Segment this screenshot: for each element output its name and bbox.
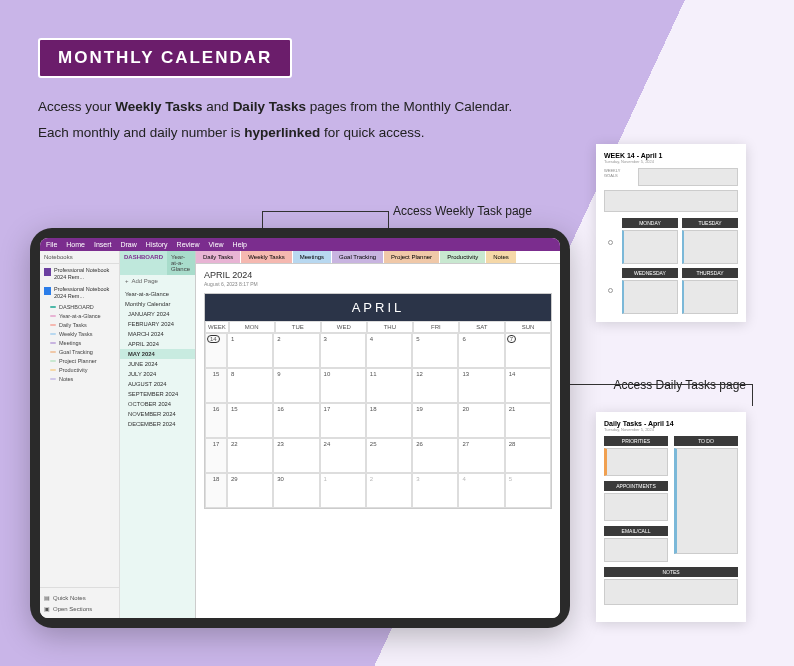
day-cell[interactable]: 8	[227, 368, 273, 403]
menu-home[interactable]: Home	[66, 241, 85, 248]
day-cell[interactable]: 20	[458, 403, 504, 438]
section-color-icon	[50, 360, 56, 362]
tab-project-planner[interactable]: Project Planner	[384, 251, 440, 263]
day-cell[interactable]: 1	[227, 333, 273, 368]
day-cell[interactable]: 30	[273, 473, 319, 508]
quick-notes[interactable]: ▤Quick Notes	[44, 592, 115, 603]
week-number[interactable]: 17	[205, 438, 227, 473]
notebooks-header: Notebooks	[40, 251, 119, 264]
page-item[interactable]: FEBRUARY 2024	[120, 319, 195, 329]
page-item[interactable]: OCTOBER 2024	[120, 399, 195, 409]
day-cell[interactable]: 3	[320, 333, 366, 368]
page-item[interactable]: JULY 2024	[120, 369, 195, 379]
day-cell[interactable]: 26	[412, 438, 458, 473]
menu-insert[interactable]: Insert	[94, 241, 112, 248]
day-cell[interactable]: 16	[273, 403, 319, 438]
day-cell[interactable]: 3	[412, 473, 458, 508]
day-cell[interactable]: 4	[458, 473, 504, 508]
page-item[interactable]: DECEMBER 2024	[120, 419, 195, 429]
day-cell[interactable]: 7	[505, 333, 551, 368]
day-cell[interactable]: 25	[366, 438, 412, 473]
day-cell[interactable]: 2	[273, 333, 319, 368]
page-item[interactable]: NOVEMBER 2024	[120, 409, 195, 419]
week-number[interactable]: 15	[205, 368, 227, 403]
week-number[interactable]: 14	[205, 333, 227, 368]
page-item[interactable]: Year-at-a-Glance	[120, 289, 195, 299]
day-cell[interactable]: 29	[227, 473, 273, 508]
day-cell[interactable]: 13	[458, 368, 504, 403]
page-item[interactable]: SEPTEMBER 2024	[120, 389, 195, 399]
day-cell[interactable]: 17	[320, 403, 366, 438]
add-page-button[interactable]: +Add Page	[120, 275, 195, 287]
day-cell[interactable]: 14	[505, 368, 551, 403]
section-color-icon	[50, 378, 56, 380]
section-year-at-a-glance[interactable]: Year-at-a-Glance	[50, 311, 119, 320]
notebook-item[interactable]: Professional Notebook 2024 Rem...	[40, 283, 119, 302]
day-cell[interactable]: 15	[227, 403, 273, 438]
section-color-icon	[50, 351, 56, 353]
section-productivity[interactable]: Productivity	[50, 365, 119, 374]
day-cell[interactable]: 12	[412, 368, 458, 403]
day-cell[interactable]: 4	[366, 333, 412, 368]
section-meetings[interactable]: Meetings	[50, 338, 119, 347]
tab-productivity[interactable]: Productivity	[440, 251, 486, 263]
description: Access your Weekly Tasks and Daily Tasks…	[38, 94, 512, 145]
menu-history[interactable]: History	[146, 241, 168, 248]
tab-weekly-tasks[interactable]: Weekly Tasks	[241, 251, 292, 263]
page-item[interactable]: JUNE 2024	[120, 359, 195, 369]
band-notes: NOTES	[604, 567, 738, 577]
day-cell[interactable]: 23	[273, 438, 319, 473]
menu-view[interactable]: View	[209, 241, 224, 248]
page-item[interactable]: Monthly Calendar	[120, 299, 195, 309]
section-daily-tasks[interactable]: Daily Tasks	[50, 320, 119, 329]
day-cell[interactable]: 5	[505, 473, 551, 508]
day-cell[interactable]: 24	[320, 438, 366, 473]
menu-file[interactable]: File	[46, 241, 57, 248]
day-cell[interactable]: 5	[412, 333, 458, 368]
day-cell[interactable]: 10	[320, 368, 366, 403]
section-tab-year[interactable]: Year-at-a-Glance	[167, 251, 195, 275]
day-cell[interactable]: 19	[412, 403, 458, 438]
page-item[interactable]: MAY 2024	[120, 349, 195, 359]
page-item[interactable]: AUGUST 2024	[120, 379, 195, 389]
day-cell[interactable]: 28	[505, 438, 551, 473]
open-sections[interactable]: ▣Open Sections	[44, 603, 115, 614]
band-appts: APPOINTMENTS	[604, 481, 668, 491]
week-number[interactable]: 18	[205, 473, 227, 508]
calendar: APRIL WEEKMONTUEWEDTHUFRISATSUN141234567…	[204, 293, 552, 509]
tab-meetings[interactable]: Meetings	[293, 251, 332, 263]
page-item[interactable]: APRIL 2024	[120, 339, 195, 349]
section-goal-tracking[interactable]: Goal Tracking	[50, 347, 119, 356]
day-cell[interactable]: 27	[458, 438, 504, 473]
day-cell[interactable]: 11	[366, 368, 412, 403]
preview-sub: Tuesday, November 5, 2024	[604, 159, 738, 164]
day-cell[interactable]: 2	[366, 473, 412, 508]
section-project-planner[interactable]: Project Planner	[50, 356, 119, 365]
section-color-icon	[50, 324, 56, 326]
day-cell[interactable]: 21	[505, 403, 551, 438]
notebook-item[interactable]: Professional Notebook 2024 Rem...	[40, 264, 119, 283]
day-cell[interactable]: 6	[458, 333, 504, 368]
day-cell[interactable]: 22	[227, 438, 273, 473]
menu-draw[interactable]: Draw	[120, 241, 136, 248]
section-weekly-tasks[interactable]: Weekly Tasks	[50, 329, 119, 338]
tab-goal-tracking[interactable]: Goal Tracking	[332, 251, 384, 263]
day-cell[interactable]: 18	[366, 403, 412, 438]
week-number[interactable]: 16	[205, 403, 227, 438]
section-notes[interactable]: Notes	[50, 374, 119, 383]
section-color-icon	[50, 333, 56, 335]
calendar-banner: APRIL	[205, 294, 551, 321]
cal-header: WEEK	[205, 321, 229, 333]
page-item[interactable]: MARCH 2024	[120, 329, 195, 339]
tab-notes[interactable]: Notes	[486, 251, 517, 263]
section-dashboard[interactable]: DASHBOARD	[50, 302, 119, 311]
day-cell[interactable]: 9	[273, 368, 319, 403]
preview-sub: Tuesday, November 5, 2024	[604, 427, 738, 432]
tab-daily-tasks[interactable]: Daily Tasks	[196, 251, 241, 263]
page-item[interactable]: JANUARY 2024	[120, 309, 195, 319]
menu-help[interactable]: Help	[233, 241, 247, 248]
day-cell[interactable]: 1	[320, 473, 366, 508]
menu-review[interactable]: Review	[177, 241, 200, 248]
section-tab-dashboard[interactable]: DASHBOARD	[120, 251, 167, 275]
cal-header: SAT	[459, 321, 505, 333]
